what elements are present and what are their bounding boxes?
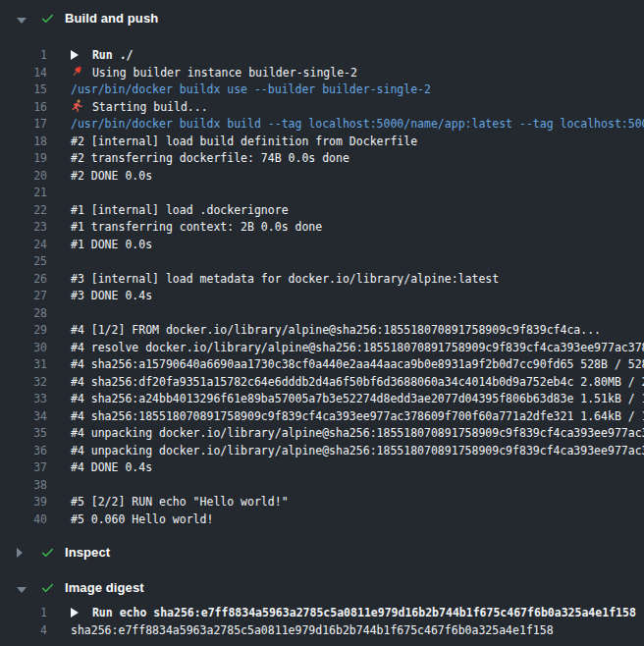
chevron-down-icon[interactable] — [17, 9, 28, 27]
log-line[interactable]: 33#4 sha256:a24bb4013296f61e89ba57005a7b… — [0, 391, 644, 408]
play-icon — [71, 606, 85, 623]
log-lines-image-digest: 1 Run echo sha256:e7ff8834a5963a2785c5a0… — [0, 605, 644, 639]
line-number[interactable]: 38 — [0, 477, 47, 495]
line-number[interactable]: 25 — [0, 253, 47, 271]
line-number[interactable]: 31 — [0, 356, 47, 374]
log-section-build-and-push: Build and push 1 Run ./14 Using builder … — [0, 0, 644, 528]
log-text: #2 DONE 0.0s — [47, 168, 152, 186]
log-line[interactable]: 1 Run echo sha256:e7ff8834a5963a2785c5a0… — [0, 605, 644, 622]
line-number[interactable]: 37 — [0, 459, 47, 477]
log-line[interactable]: 36#4 unpacking docker.io/library/alpine@… — [0, 443, 644, 460]
log-text: #1 [internal] load .dockerignore — [47, 202, 289, 220]
log-text: #4 unpacking docker.io/library/alpine@sh… — [47, 425, 644, 443]
log-line[interactable]: 28 — [0, 305, 644, 323]
line-number[interactable]: 18 — [0, 134, 47, 151]
log-line[interactable]: 38 — [0, 477, 644, 495]
log-text: #4 unpacking docker.io/library/alpine@sh… — [47, 443, 644, 460]
section-header-build-and-push[interactable]: Build and push — [0, 0, 644, 35]
log-line[interactable]: 15/usr/bin/docker buildx use --builder b… — [0, 81, 644, 99]
log-text: #2 transferring dockerfile: 74B 0.0s don… — [47, 150, 349, 168]
line-number[interactable]: 23 — [0, 219, 47, 237]
play-icon — [71, 48, 85, 66]
log-text: #5 [2/2] RUN echo "Hello world!" — [47, 494, 289, 511]
section-header-image-digest[interactable]: Image digest — [0, 569, 644, 605]
section-title: Inspect — [65, 545, 110, 560]
line-number[interactable]: 33 — [0, 391, 47, 408]
line-number[interactable]: 39 — [0, 494, 47, 511]
line-number[interactable]: 16 — [0, 99, 47, 117]
log-line[interactable]: 25 — [0, 253, 644, 271]
log-text: #1 transferring context: 2B 0.0s done — [47, 219, 322, 237]
line-number[interactable]: 17 — [0, 116, 47, 134]
line-number[interactable]: 36 — [0, 443, 47, 460]
line-number[interactable]: 14 — [0, 65, 47, 82]
log-line[interactable]: 26#3 [internal] load metadata for docker… — [0, 271, 644, 289]
chevron-down-icon[interactable] — [17, 578, 28, 597]
log-line[interactable]: 27#3 DONE 0.4s — [0, 288, 644, 305]
log-line[interactable]: 39#5 [2/2] RUN echo "Hello world!" — [0, 494, 644, 511]
log-text: Run ./ — [47, 47, 133, 66]
line-number[interactable]: 34 — [0, 408, 47, 426]
check-success-icon — [40, 580, 56, 595]
log-line[interactable]: 14 Using builder instance builder-single… — [0, 65, 644, 82]
log-text: #4 sha256:df20fa9351a15782c64e6dddb2d4a6… — [47, 374, 644, 392]
log-line[interactable]: 19#2 transferring dockerfile: 74B 0.0s d… — [0, 150, 644, 168]
log-line[interactable]: 23#1 transferring context: 2B 0.0s done — [0, 219, 644, 237]
log-text: #5 0.060 Hello world! — [47, 511, 213, 529]
line-number[interactable]: 4 — [0, 622, 47, 640]
log-line[interactable]: 31#4 sha256:a15790640a6690aa1730c38cf0a4… — [0, 356, 644, 374]
line-number[interactable]: 20 — [0, 168, 47, 186]
log-line[interactable]: 30#4 resolve docker.io/library/alpine@sh… — [0, 340, 644, 357]
runner-icon — [71, 99, 85, 118]
log-line[interactable]: 4sha256:e7ff8834a5963a2785c5a0811e979d16… — [0, 622, 644, 640]
log-section-image-digest: Image digest 1 Run echo sha256:e7ff8834a… — [0, 569, 644, 639]
log-text: #4 DONE 0.4s — [47, 459, 152, 477]
log-text: #3 DONE 0.4s — [47, 288, 152, 305]
log-line[interactable]: 22#1 [internal] load .dockerignore — [0, 202, 644, 220]
line-number[interactable]: 40 — [0, 511, 47, 529]
log-line[interactable]: 18#2 [internal] load build definition fr… — [0, 134, 644, 151]
line-number[interactable]: 24 — [0, 237, 47, 254]
workflow-log-viewer: Build and push 1 Run ./14 Using builder … — [0, 0, 644, 639]
line-number[interactable]: 15 — [0, 81, 47, 99]
line-number[interactable]: 22 — [0, 202, 47, 220]
line-number[interactable]: 35 — [0, 425, 47, 443]
line-number[interactable]: 26 — [0, 271, 47, 289]
log-line[interactable]: 29#4 [1/2] FROM docker.io/library/alpine… — [0, 322, 644, 340]
line-number[interactable]: 21 — [0, 185, 47, 202]
line-number[interactable]: 27 — [0, 288, 47, 305]
log-text: #1 DONE 0.0s — [47, 237, 152, 254]
line-number[interactable]: 29 — [0, 322, 47, 340]
log-line[interactable]: 20#2 DONE 0.0s — [0, 168, 644, 186]
line-number[interactable]: 1 — [0, 47, 47, 65]
section-title: Image digest — [65, 580, 144, 595]
log-line[interactable]: 37#4 DONE 0.4s — [0, 459, 644, 477]
log-line[interactable]: 40#5 0.060 Hello world! — [0, 511, 644, 529]
line-number[interactable]: 30 — [0, 340, 47, 357]
log-text: /usr/bin/docker buildx use --builder bui… — [47, 81, 431, 99]
log-text: /usr/bin/docker buildx build --tag local… — [47, 116, 644, 134]
log-line[interactable]: 16 Starting build... — [0, 99, 644, 117]
log-text: #4 sha256:a15790640a6690aa1730c38cf0a440… — [47, 356, 644, 374]
log-line[interactable]: 17/usr/bin/docker buildx build --tag loc… — [0, 116, 644, 134]
log-line[interactable]: 34#4 sha256:185518070891758909c9f839cf4c… — [0, 408, 644, 426]
log-text: #4 [1/2] FROM docker.io/library/alpine@s… — [47, 322, 601, 340]
log-text: Using builder instance builder-single-2 — [47, 65, 357, 83]
log-text: #4 resolve docker.io/library/alpine@sha2… — [47, 340, 644, 357]
log-line[interactable]: 24#1 DONE 0.0s — [0, 237, 644, 254]
log-text: Starting build... — [47, 99, 208, 118]
line-number[interactable]: 1 — [0, 605, 47, 622]
pushpin-icon — [71, 65, 85, 83]
log-section-inspect: Inspect — [0, 534, 644, 569]
log-line[interactable]: 32#4 sha256:df20fa9351a15782c64e6dddb2d4… — [0, 374, 644, 392]
log-text: #4 sha256:a24bb4013296f61e89ba57005a7b3e… — [47, 391, 644, 408]
log-line[interactable]: 1 Run ./ — [0, 47, 644, 65]
log-line[interactable]: 35#4 unpacking docker.io/library/alpine@… — [0, 425, 644, 443]
check-success-icon — [40, 545, 56, 560]
line-number[interactable]: 32 — [0, 374, 47, 392]
line-number[interactable]: 19 — [0, 150, 47, 168]
chevron-right-icon[interactable] — [17, 543, 28, 562]
log-line[interactable]: 21 — [0, 185, 644, 202]
section-header-inspect[interactable]: Inspect — [0, 534, 644, 569]
line-number[interactable]: 28 — [0, 305, 47, 323]
